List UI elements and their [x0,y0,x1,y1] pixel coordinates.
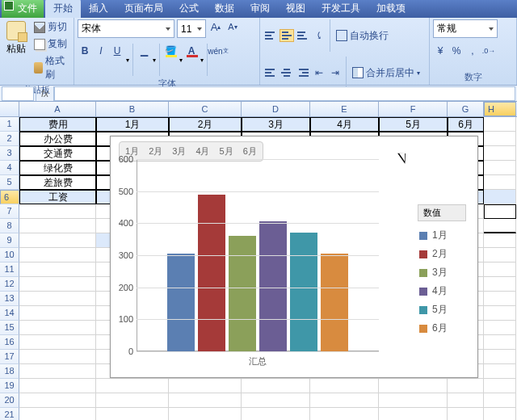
cell[interactable] [19,408,96,420]
cell[interactable]: 工资 [19,190,96,204]
cell[interactable] [96,408,169,420]
chart-tab[interactable]: 5月 [216,144,237,159]
cell[interactable] [484,408,516,420]
cell[interactable]: 1月 [96,117,169,132]
cell[interactable] [484,248,516,262]
cell[interactable] [96,393,169,408]
cell[interactable] [484,262,516,277]
cell[interactable] [19,292,96,306]
cell[interactable]: 6月 [448,117,484,132]
cell[interactable] [169,408,242,420]
cell[interactable] [242,408,310,420]
rowhdr-15[interactable]: 15 [0,321,19,335]
formula-input[interactable] [54,86,515,101]
rowhdr-7[interactable]: 7 [0,204,19,219]
cell[interactable]: 5月 [379,117,448,132]
font-size-select[interactable]: 11 [177,19,206,38]
cell[interactable] [484,233,516,248]
align-middle-button[interactable] [280,29,294,42]
rowhdr-18[interactable]: 18 [0,364,19,379]
name-box[interactable] [2,86,34,101]
chart-tab[interactable]: 2月 [145,144,166,159]
font-color-button[interactable]: A [184,44,199,58]
tab-layout[interactable]: 页面布局 [116,0,171,18]
chart-bar[interactable] [290,233,317,351]
formatbrush-button[interactable]: 格式刷 [32,53,70,82]
cell[interactable] [484,204,516,219]
tab-file[interactable]: 文件 [2,0,44,18]
cell[interactable] [310,408,379,420]
cell[interactable] [484,161,516,175]
rowhdr-3[interactable]: 3 [0,146,19,161]
rowhdr-2[interactable]: 2 [0,132,19,146]
rowhdr-12[interactable]: 12 [0,277,19,292]
rowhdr-13[interactable]: 13 [0,292,19,306]
cell[interactable] [484,364,516,379]
align-left-button[interactable] [263,66,278,79]
cell[interactable] [242,379,310,393]
cell[interactable] [484,146,516,161]
cell[interactable]: 4月 [310,117,379,132]
currency-button[interactable]: ¥ [433,44,448,58]
chart-tab[interactable]: 6月 [239,144,261,159]
chart-bar[interactable] [167,254,195,351]
grow-font-button[interactable]: A▴ [208,19,223,34]
align-top-button[interactable] [263,29,278,42]
chart-bar[interactable] [198,195,225,351]
italic-button[interactable]: I [94,44,108,58]
indent-dec-button[interactable]: ⇤ [312,65,326,80]
cell[interactable] [484,306,516,321]
cell[interactable] [19,219,96,233]
cell[interactable] [484,292,516,306]
fx-label[interactable]: fx [36,86,54,101]
cell[interactable]: 交通费 [19,146,96,161]
cell[interactable] [310,393,379,408]
cell[interactable] [242,393,310,408]
select-all-corner[interactable] [0,102,19,116]
percent-button[interactable]: % [449,44,464,58]
rowhdr-1[interactable]: 1 [0,117,19,132]
colhdr-C[interactable]: C [169,102,242,116]
cell[interactable]: 2月 [169,117,242,132]
cell[interactable] [19,204,96,219]
cell[interactable] [19,379,96,393]
cell[interactable] [169,393,242,408]
colhdr-G[interactable]: G [448,102,484,116]
chart-bar[interactable] [321,254,348,351]
cell[interactable] [484,393,516,408]
cell[interactable] [379,393,448,408]
cell[interactable] [169,379,242,393]
cell[interactable] [19,335,96,350]
tab-formula[interactable]: 公式 [171,0,207,18]
cell[interactable] [448,379,484,393]
cell[interactable] [484,350,516,364]
colhdr-B[interactable]: B [96,102,169,116]
cell[interactable]: 绿化费 [19,161,96,175]
cell[interactable] [484,219,516,233]
cell[interactable] [19,393,96,408]
rowhdr-11[interactable]: 11 [0,262,19,277]
font-name-select[interactable]: 宋体 [78,19,174,38]
rowhdr-9[interactable]: 9 [0,233,19,248]
cell[interactable] [379,379,448,393]
cell[interactable] [484,190,516,204]
rowhdr-10[interactable]: 10 [0,248,19,262]
cell[interactable] [484,335,516,350]
align-right-button[interactable] [296,66,310,79]
phonetic-button[interactable]: wén文 [211,44,225,58]
copy-button[interactable]: 复制 [32,36,70,52]
number-format-select[interactable]: 常规 [433,19,498,38]
cell[interactable]: 费用 [19,117,96,132]
cell[interactable] [484,379,516,393]
indent-inc-button[interactable]: ⇥ [328,65,343,80]
cell[interactable] [484,277,516,292]
cell[interactable] [19,277,96,292]
chart-tab[interactable]: 3月 [168,144,190,159]
align-center-button[interactable] [280,66,294,79]
cell[interactable] [19,321,96,335]
rowhdr-16[interactable]: 16 [0,335,19,350]
cell[interactable] [19,262,96,277]
cell[interactable] [19,233,96,248]
cell[interactable] [448,393,484,408]
tab-view[interactable]: 视图 [278,0,313,18]
